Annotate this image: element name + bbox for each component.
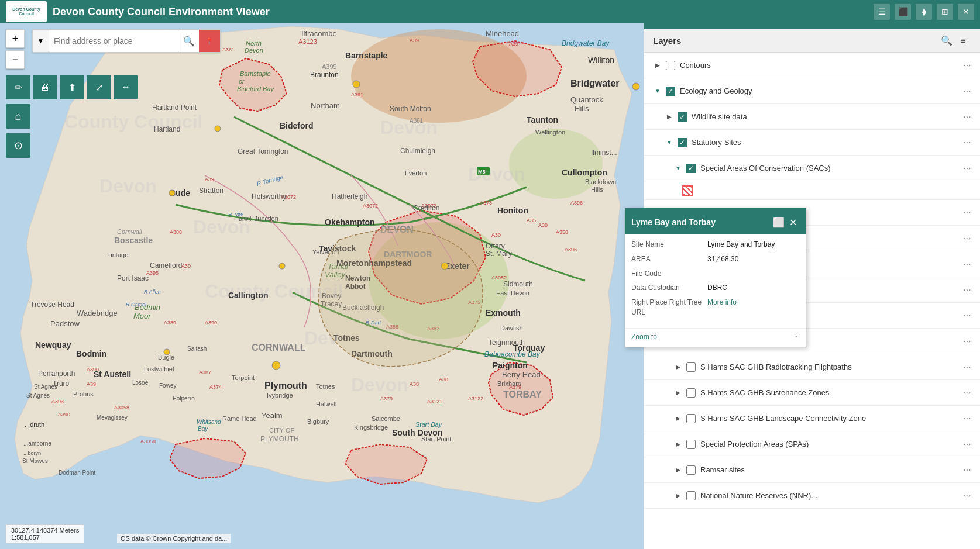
svg-text:A358: A358 <box>556 229 568 235</box>
print-button[interactable]: 🖨 <box>33 75 57 99</box>
map-container[interactable]: A3123 A361 A39 A39 A361 A39 A3072 A3072 … <box>0 0 644 549</box>
landscape-more-button[interactable]: ··· <box>960 412 974 426</box>
svg-point-142 <box>164 349 170 355</box>
zoom-to-link[interactable]: Zoom to <box>631 333 657 341</box>
svg-text:Hatherleigh: Hatherleigh <box>332 192 367 201</box>
zoom-in-button[interactable]: + <box>6 29 25 48</box>
popup-close-button[interactable]: ✕ <box>786 215 800 229</box>
layer-item-statutory[interactable]: ▼ ✓ Statutory Sites ··· <box>644 130 980 156</box>
layer-item-wildlife[interactable]: ▶ ✓ Wildlife site data ··· <box>644 104 980 130</box>
svg-text:A3072: A3072 <box>363 203 378 209</box>
statutory-more-button[interactable]: ··· <box>960 136 974 150</box>
copyright-text: OS data © Crown Copyright and da... <box>117 534 231 543</box>
svg-text:A39: A39 <box>205 177 214 182</box>
svg-text:Cornwall: Cornwall <box>117 228 142 235</box>
layer-item-contours[interactable]: ▶ Contours ··· <box>644 53 980 78</box>
svg-text:Cullompton: Cullompton <box>562 168 607 177</box>
popup-title: Lyme Bay and Torbay <box>631 217 772 227</box>
svg-text:or: or <box>239 78 245 85</box>
n-areas-more-button[interactable]: ··· <box>960 232 974 246</box>
ecology-more-button[interactable]: ··· <box>960 84 974 98</box>
svg-text:Barnstaple: Barnstaple <box>345 51 388 60</box>
svg-text:Newquay: Newquay <box>35 340 71 350</box>
spa-more-button[interactable]: ··· <box>960 437 974 451</box>
sustenance-checkbox[interactable] <box>686 388 696 398</box>
layer-search-button[interactable]: 🔍 <box>938 33 955 49</box>
layer-item-ecology-geology[interactable]: ▼ ✓ Ecology and Geology ··· <box>644 78 980 104</box>
layer-item-nnr[interactable]: ▶ National Nature Reserves (NNR)... ··· <box>644 483 980 509</box>
svg-text:Williton: Williton <box>588 56 614 65</box>
svg-text:Truro: Truro <box>53 379 70 388</box>
app-title: Devon County Council Environment Viewer <box>53 6 874 18</box>
svg-text:Chulmleigh: Chulmleigh <box>400 147 435 155</box>
logo: Devon County Council <box>6 1 47 22</box>
share-button[interactable]: ⬆ <box>60 75 84 99</box>
layer-item-sustenance[interactable]: ▶ S Hams SAC GHB Sustenance Zones ··· <box>644 380 980 406</box>
nnr-checkbox[interactable] <box>686 491 696 500</box>
filter-header-icon[interactable]: ⧫ <box>916 4 932 20</box>
landscape-checkbox[interactable] <box>686 414 696 423</box>
ramsar-checkbox[interactable] <box>686 465 696 475</box>
svg-text:Totnes: Totnes <box>316 383 335 390</box>
list-view-icon[interactable]: ☰ <box>874 4 890 20</box>
expand-statutory-icon: ▼ <box>665 138 674 147</box>
svg-text:Sidmouth: Sidmouth <box>503 280 533 288</box>
radiotracking-checkbox[interactable] <box>686 362 696 372</box>
layer-item-landscape[interactable]: ▶ S Hams SAC GHB Landscape Connectivity … <box>644 406 980 431</box>
contours-checkbox[interactable] <box>666 61 675 70</box>
measure-button[interactable]: ↔ <box>114 75 138 99</box>
wildlife-label: Wildlife site data <box>692 112 960 121</box>
svg-text:Blackdown: Blackdown <box>585 178 616 185</box>
nt-lines-more-button[interactable]: ··· <box>960 334 974 348</box>
nnr-more-button[interactable]: ··· <box>960 489 974 503</box>
layer-item-sac[interactable]: ▼ ✓ Special Areas Of Conservation (SACs)… <box>644 156 980 181</box>
contours-more-button[interactable]: ··· <box>960 58 974 72</box>
layer-filter-button[interactable]: ≡ <box>955 33 971 49</box>
popup-restore-button[interactable]: ⬜ <box>772 215 786 229</box>
edit-tool-button[interactable]: ✏ <box>6 75 30 99</box>
svg-text:A361: A361 <box>410 118 424 124</box>
nts-more-button[interactable]: ··· <box>960 309 974 323</box>
ecology-checkbox[interactable]: ✓ <box>666 87 675 96</box>
map-toolbar: ✏ 🖨 ⬆ ⤢ ↔ <box>6 75 138 99</box>
ramsar-more-button[interactable]: ··· <box>960 463 974 477</box>
popup-more-icon[interactable]: ··· <box>794 332 800 340</box>
search-extent-button[interactable]: 📍 <box>199 30 220 52</box>
svg-text:TORBAY: TORBAY <box>503 389 542 399</box>
svg-text:R Taw: R Taw <box>228 212 243 217</box>
svg-text:A30: A30 <box>491 232 501 238</box>
home-button[interactable]: ⌂ <box>6 104 30 129</box>
svg-text:Okehampton: Okehampton <box>325 217 375 227</box>
ramsar-label: Ramsar sites <box>700 465 960 474</box>
svg-text:Hills: Hills <box>591 186 603 193</box>
wildlife-more-button[interactable]: ··· <box>960 110 974 124</box>
grid-header-icon[interactable]: ⊞ <box>937 4 953 20</box>
sac-checkbox[interactable]: ✓ <box>686 164 696 173</box>
svg-point-135 <box>353 81 360 88</box>
close-header-icon[interactable]: ✕ <box>958 4 974 20</box>
layers-header-icon[interactable]: ⬛ <box>895 4 911 20</box>
radiotracking-more-button[interactable]: ··· <box>960 360 974 374</box>
location-button[interactable]: ⊙ <box>6 133 30 158</box>
statutory-checkbox[interactable]: ✓ <box>678 138 687 147</box>
more-info-link[interactable]: More info <box>707 298 737 317</box>
sustenance-more-button[interactable]: ··· <box>960 386 974 400</box>
spa-checkbox[interactable] <box>686 440 696 449</box>
wildlife-checkbox[interactable]: ✓ <box>678 112 687 122</box>
nt-areas-more-button[interactable]: ··· <box>960 283 974 297</box>
zoom-out-button[interactable]: − <box>6 50 25 69</box>
layer-item-ramsar[interactable]: ▶ Ramsar sites ··· <box>644 457 980 483</box>
svg-text:Whitsand: Whitsand <box>197 419 221 425</box>
fullscreen-button[interactable]: ⤢ <box>87 75 111 99</box>
svg-text:Plymouth: Plymouth <box>264 381 307 391</box>
bat-more-button[interactable]: ··· <box>960 206 974 220</box>
svg-text:East Devon: East Devon <box>496 289 529 296</box>
app-header: Devon County Council Devon County Counci… <box>0 0 980 23</box>
svg-text:Honiton: Honiton <box>497 206 528 215</box>
contours-label: Contours <box>680 61 960 70</box>
search-button[interactable]: 🔍 <box>178 30 199 52</box>
n-features-more-button[interactable]: ··· <box>960 257 974 271</box>
layer-item-radiotracking[interactable]: ▶ S Hams SAC GHB Radiotracking Flightpat… <box>644 354 980 380</box>
layer-item-spa[interactable]: ▶ Special Protection Areas (SPAs) ··· <box>644 431 980 457</box>
sac-more-button[interactable]: ··· <box>960 161 974 175</box>
